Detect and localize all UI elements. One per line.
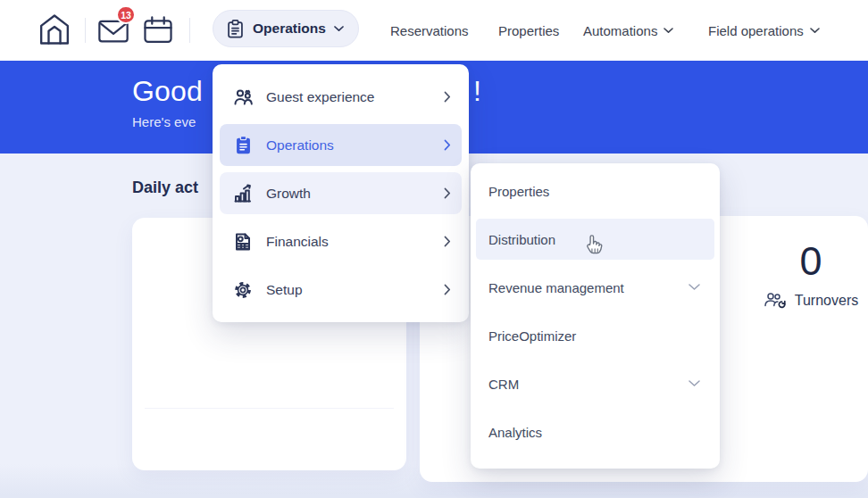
calendar-icon <box>141 15 175 46</box>
home-icon <box>38 12 71 47</box>
menu-item-label: Operations <box>266 137 444 154</box>
chevron-down-icon <box>689 380 700 387</box>
app-window: Good ! Here's eve Daily act 0 <box>0 0 868 498</box>
submenu-item-crm[interactable]: CRM <box>476 363 714 404</box>
app-switcher-label: Operations <box>253 21 326 37</box>
greeting-exclamation: ! <box>473 75 481 108</box>
menu-item-label: Guest experience <box>266 89 444 105</box>
mouse-cursor-hand <box>581 233 606 260</box>
menu-item-financials[interactable]: Financials <box>220 220 462 262</box>
unread-count-badge: 13 <box>116 5 136 24</box>
chevron-right-icon <box>444 187 451 199</box>
menu-item-label: Setup <box>266 282 444 298</box>
menu-item-guest-experience[interactable]: Guest experience <box>220 76 462 118</box>
gear-icon <box>232 280 254 300</box>
submenu-item-analytics[interactable]: Analytics <box>476 411 714 452</box>
home-button[interactable] <box>38 12 71 47</box>
chevron-down-icon <box>689 284 700 291</box>
menu-item-label: Financials <box>266 234 444 250</box>
menu-item-growth[interactable]: Growth <box>220 172 462 214</box>
growth-icon <box>232 184 254 203</box>
clipboard-icon <box>232 135 254 155</box>
clipboard-icon <box>226 19 245 39</box>
nav-properties[interactable]: Properties <box>498 0 559 61</box>
inbox-button[interactable]: 13 <box>96 15 130 46</box>
card-divider <box>145 408 394 409</box>
chevron-down-icon <box>334 26 344 32</box>
top-nav: 13 Operations <box>0 0 868 61</box>
chevron-down-icon <box>810 28 820 34</box>
submenu-item-revenue-management[interactable]: Revenue management <box>476 267 714 308</box>
menu-item-operations[interactable]: Operations <box>220 124 462 166</box>
greeting-subtitle: Here's eve <box>132 114 196 129</box>
daily-activities-title: Daily act <box>132 178 198 197</box>
turnovers-stat: 0 Turnovers <box>748 241 868 310</box>
chevron-right-icon <box>444 139 451 151</box>
chevron-right-icon <box>444 91 451 103</box>
nav-reservations[interactable]: Reservations <box>390 0 469 61</box>
calendar-button[interactable] <box>141 15 175 46</box>
turnovers-icon <box>764 292 788 310</box>
greeting-text: Good <box>132 75 203 108</box>
guests-icon <box>232 87 254 107</box>
operations-dropdown-menu: Guest experience Operations <box>213 64 469 322</box>
turnovers-value: 0 <box>748 241 868 281</box>
submenu-item-priceoptimizer[interactable]: PriceOptimizer <box>476 315 714 356</box>
operations-submenu: Properties Distribution Revenue manageme… <box>471 163 720 469</box>
submenu-item-properties[interactable]: Properties <box>476 170 714 212</box>
financials-icon <box>232 232 254 252</box>
turnovers-label: Turnovers <box>795 293 858 309</box>
chevron-right-icon <box>444 284 451 295</box>
chevron-down-icon <box>664 28 673 34</box>
nav-divider <box>189 18 190 43</box>
menu-item-label: Growth <box>266 186 444 202</box>
nav-automations[interactable]: Automations <box>583 0 673 61</box>
nav-divider <box>85 18 86 43</box>
app-switcher-button[interactable]: Operations <box>213 10 359 47</box>
menu-item-setup[interactable]: Setup <box>220 269 462 311</box>
chevron-right-icon <box>444 236 451 247</box>
nav-field-operations[interactable]: Field operations <box>708 0 820 61</box>
